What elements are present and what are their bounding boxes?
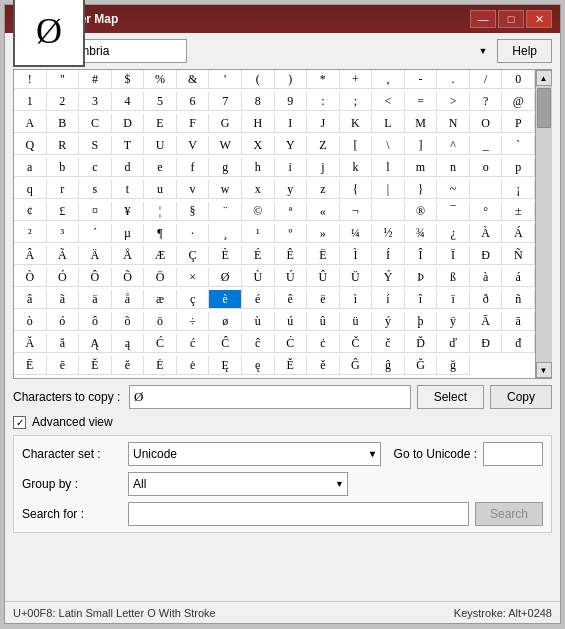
help-button[interactable]: Help: [497, 39, 552, 63]
char-cell[interactable]: ¡: [502, 180, 535, 199]
char-cell[interactable]: Ì: [340, 246, 373, 265]
char-cell[interactable]: ~: [437, 180, 470, 199]
char-cell[interactable]: Ă: [14, 334, 47, 353]
char-cell[interactable]: {: [340, 180, 373, 199]
char-cell[interactable]: ': [209, 70, 242, 89]
char-cell[interactable]: Ø: [209, 268, 242, 287]
char-cell[interactable]: %: [144, 70, 177, 89]
char-cell[interactable]: Â: [14, 246, 47, 265]
char-cell[interactable]: û: [307, 312, 340, 331]
char-cell[interactable]: i: [275, 158, 308, 177]
char-cell[interactable]: v: [177, 180, 210, 199]
char-cell[interactable]: t: [112, 180, 145, 199]
char-cell[interactable]: e: [144, 158, 177, 177]
char-cell[interactable]: è: [209, 290, 242, 309]
char-cell[interactable]: R: [47, 136, 80, 155]
char-cell[interactable]: x: [242, 180, 275, 199]
scroll-down-button[interactable]: ▼: [536, 362, 552, 378]
char-cell[interactable]: ø: [209, 312, 242, 331]
char-cell[interactable]: @: [502, 92, 535, 111]
char-cell[interactable]: &: [177, 70, 210, 89]
char-cell[interactable]: c: [79, 158, 112, 177]
char-cell[interactable]: b: [47, 158, 80, 177]
char-cell[interactable]: Y: [275, 136, 308, 155]
char-cell[interactable]: ,: [372, 70, 405, 89]
char-cell[interactable]: .: [437, 70, 470, 89]
char-cell[interactable]: #: [79, 70, 112, 89]
minimize-button[interactable]: —: [470, 10, 496, 28]
char-cell[interactable]: :: [307, 92, 340, 111]
char-cell[interactable]: o: [470, 158, 503, 177]
char-cell[interactable]: ĝ: [372, 356, 405, 375]
char-cell[interactable]: ¢: [14, 202, 47, 221]
scrollbar-track[interactable]: [536, 86, 552, 362]
char-cell[interactable]: Ç: [177, 246, 210, 265]
char-cell[interactable]: 7: [209, 92, 242, 111]
char-cell[interactable]: a: [14, 158, 47, 177]
char-cell[interactable]: Ñ: [502, 246, 535, 265]
char-cell[interactable]: \: [372, 136, 405, 155]
advanced-view-checkbox[interactable]: ✓: [13, 416, 26, 429]
char-cell[interactable]: »: [307, 224, 340, 243]
char-cell[interactable]: ®: [405, 202, 438, 221]
char-cell[interactable]: Ã: [47, 246, 80, 265]
char-cell[interactable]: A: [14, 114, 47, 133]
char-cell[interactable]: ¨: [209, 202, 242, 221]
char-cell[interactable]: ¼: [340, 224, 373, 243]
char-cell[interactable]: ď: [437, 334, 470, 353]
char-cell[interactable]: µ: [112, 224, 145, 243]
char-cell[interactable]: S: [79, 136, 112, 155]
char-cell[interactable]: ": [47, 70, 80, 89]
char-cell[interactable]: j: [307, 158, 340, 177]
char-cell[interactable]: Ò: [14, 268, 47, 287]
char-cell[interactable]: Á: [502, 224, 535, 243]
char-cell[interactable]: ß: [437, 268, 470, 287]
char-cell[interactable]: ;: [340, 92, 373, 111]
char-cell[interactable]: å: [112, 290, 145, 309]
char-cell[interactable]: Ý: [372, 268, 405, 287]
char-cell[interactable]: u: [144, 180, 177, 199]
char-cell[interactable]: Ë: [307, 246, 340, 265]
char-cell[interactable]: ē: [47, 356, 80, 375]
char-cell[interactable]: ć: [177, 334, 210, 353]
char-cell[interactable]: K: [340, 114, 373, 133]
char-cell[interactable]: ğ: [437, 356, 470, 375]
char-cell[interactable]: ª: [275, 202, 308, 221]
char-cell[interactable]: ¹: [242, 224, 275, 243]
char-cell[interactable]: °: [470, 202, 503, 221]
char-cell[interactable]: ¸: [209, 224, 242, 243]
char-cell[interactable]: ó: [47, 312, 80, 331]
char-cell[interactable]: Ą: [79, 334, 112, 353]
char-cell[interactable]: ÿ: [437, 312, 470, 331]
char-cell[interactable]: º: [275, 224, 308, 243]
char-cell[interactable]: Ö: [144, 268, 177, 287]
char-cell[interactable]: h: [242, 158, 275, 177]
char-cell[interactable]: ²: [14, 224, 47, 243]
maximize-button[interactable]: □: [498, 10, 524, 28]
char-cell[interactable]: w: [209, 180, 242, 199]
char-cell[interactable]: 2: [47, 92, 80, 111]
char-cell[interactable]: ë: [307, 290, 340, 309]
char-cell[interactable]: Ĉ: [209, 334, 242, 353]
advanced-view-label[interactable]: Advanced view: [32, 415, 113, 429]
char-cell[interactable]: õ: [112, 312, 145, 331]
char-cell[interactable]: O: [470, 114, 503, 133]
char-cell[interactable]: Ď: [405, 334, 438, 353]
char-cell[interactable]: Þ: [405, 268, 438, 287]
char-cell[interactable]: Đ: [470, 334, 503, 353]
char-cell[interactable]: s: [79, 180, 112, 199]
char-cell[interactable]: Ô: [79, 268, 112, 287]
char-cell[interactable]: ¦: [144, 202, 177, 221]
copy-button[interactable]: Copy: [490, 385, 552, 409]
char-cell[interactable]: £: [47, 202, 80, 221]
char-cell[interactable]: ]: [405, 136, 438, 155]
char-cell[interactable]: ¤: [79, 202, 112, 221]
char-cell[interactable]: Č: [340, 334, 373, 353]
char-cell[interactable]: Ĝ: [340, 356, 373, 375]
char-cell[interactable]: Î: [405, 246, 438, 265]
group-by-select[interactable]: All Unicode Subrange: [128, 472, 348, 496]
char-cell[interactable]: =: [405, 92, 438, 111]
char-cell[interactable]: í: [372, 290, 405, 309]
char-cell[interactable]: «: [307, 202, 340, 221]
char-cell[interactable]: ): [275, 70, 308, 89]
